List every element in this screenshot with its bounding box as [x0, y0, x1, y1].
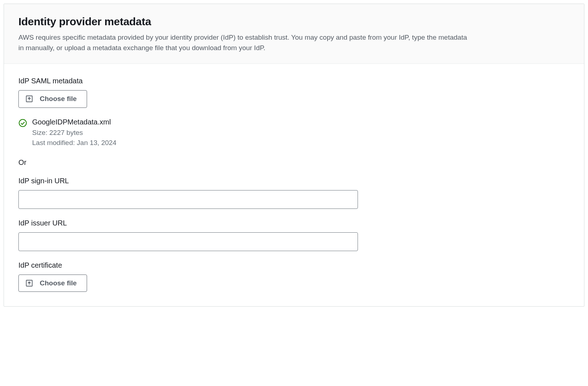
- saml-metadata-field: IdP SAML metadata Choose file: [18, 77, 570, 148]
- certificate-label: IdP certificate: [18, 261, 570, 269]
- signin-url-label: IdP sign-in URL: [18, 177, 570, 185]
- svg-point-1: [19, 119, 26, 127]
- or-separator: Or: [18, 158, 570, 167]
- saml-metadata-label: IdP SAML metadata: [18, 77, 570, 85]
- uploaded-file-name: GoogleIDPMetadata.xml: [32, 118, 116, 126]
- panel-header: Identity provider metadata AWS requires …: [4, 4, 584, 64]
- certificate-choose-file-label: Choose file: [40, 279, 77, 288]
- success-check-icon: [18, 119, 27, 127]
- signin-url-input[interactable]: [18, 190, 358, 209]
- panel-title: Identity provider metadata: [18, 16, 570, 28]
- file-info: GoogleIDPMetadata.xml Size: 2227 bytes L…: [32, 118, 116, 148]
- panel-description: AWS requires specific metadata provided …: [18, 32, 470, 53]
- saml-choose-file-button[interactable]: Choose file: [18, 90, 87, 108]
- certificate-choose-file-button[interactable]: Choose file: [18, 275, 87, 292]
- signin-url-field: IdP sign-in URL: [18, 177, 570, 209]
- issuer-url-label: IdP issuer URL: [18, 219, 570, 227]
- certificate-field: IdP certificate Choose file: [18, 261, 570, 292]
- issuer-url-input[interactable]: [18, 232, 358, 251]
- saml-choose-file-label: Choose file: [40, 95, 77, 103]
- uploaded-file-status: GoogleIDPMetadata.xml Size: 2227 bytes L…: [18, 118, 570, 148]
- upload-icon: [25, 279, 33, 287]
- upload-icon: [25, 95, 33, 103]
- uploaded-file-size: Size: 2227 bytes: [32, 128, 116, 138]
- panel-body: IdP SAML metadata Choose file: [4, 64, 584, 307]
- idp-metadata-panel: Identity provider metadata AWS requires …: [4, 4, 584, 307]
- issuer-url-field: IdP issuer URL: [18, 219, 570, 251]
- uploaded-file-modified: Last modified: Jan 13, 2024: [32, 138, 116, 148]
